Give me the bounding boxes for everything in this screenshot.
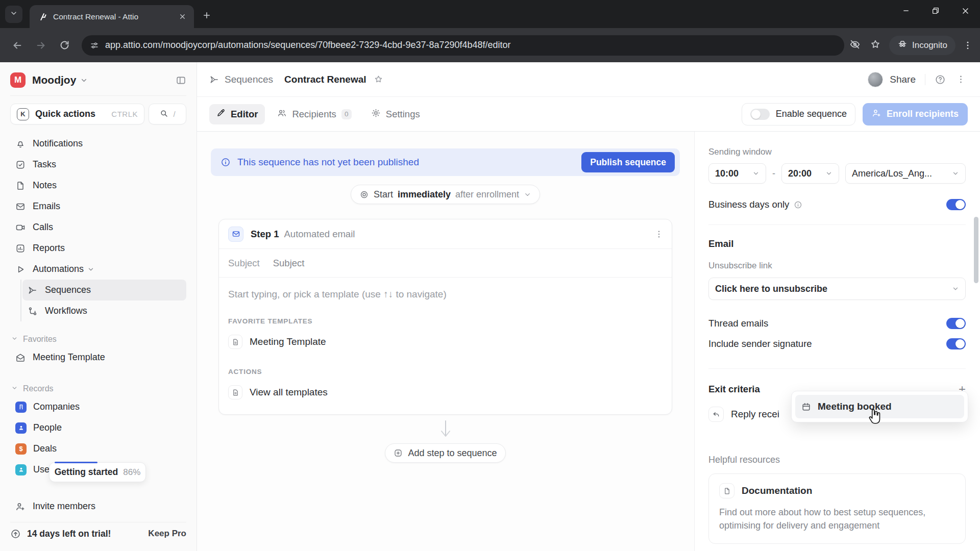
chevron-down-icon: [11, 335, 18, 344]
sidebar-item-people[interactable]: People: [10, 417, 186, 438]
browser-tabstrip: Contract Renewal - Attio: [0, 0, 980, 28]
sidebar-item-calls[interactable]: Calls: [10, 217, 186, 238]
reload-icon[interactable]: [54, 35, 75, 56]
workspace-name: Moodjoy: [32, 74, 76, 86]
collapse-sidebar-icon[interactable]: [176, 75, 186, 86]
tab-editor[interactable]: Editor: [209, 104, 265, 124]
timezone-select[interactable]: America/Los_Ang...: [845, 163, 966, 184]
start-trigger-pill[interactable]: Start immediately after enrollment: [351, 185, 540, 204]
enroll-recipients-button[interactable]: Enroll recipients: [863, 103, 968, 126]
breadcrumb-parent[interactable]: Sequences: [225, 74, 273, 85]
browser-menu-icon[interactable]: [963, 40, 973, 51]
editor-canvas: This sequence has not yet been published…: [197, 132, 694, 551]
unsubscribe-select[interactable]: Click here to unsubscribe: [708, 278, 966, 300]
restore-icon[interactable]: [921, 0, 950, 21]
favorite-star-icon[interactable]: [374, 74, 383, 84]
new-tab-button[interactable]: [198, 7, 215, 24]
thread-emails-label: Thread emails: [708, 318, 768, 329]
tab-close-icon[interactable]: [177, 11, 188, 22]
sidebar-item-reports[interactable]: Reports: [10, 238, 186, 259]
enable-sequence-toggle-group[interactable]: Enable sequence: [742, 103, 855, 126]
sidebar-item-companies[interactable]: Companies: [10, 396, 186, 417]
share-button[interactable]: Share: [890, 74, 916, 85]
url-text[interactable]: app.attio.com/moodjoycorp/automations/se…: [105, 40, 511, 51]
subject-row[interactable]: Subject Subject: [219, 249, 672, 278]
email-body-editor[interactable]: Start typing, or pick a template (use ↑↓…: [219, 278, 672, 414]
sender-signature-toggle[interactable]: [946, 338, 966, 349]
mail-icon: [228, 227, 243, 242]
sidebar-item-automations[interactable]: Automations: [10, 259, 186, 280]
sidebar-item-label: Emails: [33, 201, 60, 212]
bookmark-star-icon[interactable]: [870, 39, 881, 52]
pen-icon: [216, 108, 226, 120]
getting-started-label: Getting started: [55, 467, 118, 478]
subject-input[interactable]: Subject: [273, 258, 305, 269]
sidebar-item-label: Workflows: [45, 306, 87, 316]
keep-pro-button[interactable]: Keep Pro: [148, 529, 186, 539]
sidebar-item-emails[interactable]: Emails: [10, 196, 186, 217]
close-icon[interactable]: [950, 0, 980, 21]
sending-to-select[interactable]: 20:00: [781, 163, 839, 184]
back-icon[interactable]: [7, 35, 28, 56]
tab-search-button[interactable]: [5, 6, 22, 23]
header-separator: [925, 74, 925, 85]
view-all-templates-item[interactable]: View all templates: [228, 384, 663, 401]
incognito-icon: [897, 39, 908, 52]
sidebar-item-deals[interactable]: $ Deals: [10, 438, 186, 459]
business-days-toggle[interactable]: [946, 199, 966, 210]
url-bar[interactable]: app.attio.com/moodjoycorp/automations/se…: [82, 35, 844, 56]
step-header: Step 1 Automated email: [219, 219, 672, 249]
search-button[interactable]: /: [149, 104, 186, 124]
sidebar-item-notifications[interactable]: Notifications: [10, 133, 186, 154]
user-icon: [15, 464, 27, 475]
enable-sequence-toggle[interactable]: [750, 109, 770, 120]
thread-emails-toggle[interactable]: [946, 318, 966, 329]
forward-icon[interactable]: [31, 35, 51, 56]
sending-window-row: 10:00 - 20:00 America/Los_Ang...: [708, 163, 966, 184]
favorites-label: Favorites: [23, 335, 57, 344]
sidebar-item-notes[interactable]: Notes: [10, 175, 186, 196]
documentation-card[interactable]: Documentation Find out more about how to…: [708, 473, 966, 544]
omnibox-actions: [849, 39, 881, 52]
browser-tab[interactable]: Contract Renewal - Attio: [30, 5, 194, 28]
more-menu-icon[interactable]: [956, 74, 966, 84]
step-menu-icon[interactable]: [654, 230, 664, 239]
helpful-resources: Helpful resources Documentation Find out…: [708, 455, 966, 544]
scrollbar[interactable]: [974, 217, 978, 283]
panel-divider: [708, 368, 966, 369]
avatar[interactable]: [868, 72, 883, 87]
subject-label: Subject: [228, 258, 260, 269]
site-info-icon[interactable]: [90, 41, 99, 50]
favorites-section-header[interactable]: Favorites: [11, 335, 186, 344]
sidebar-item-sequences[interactable]: Sequences: [22, 280, 186, 300]
gear-icon: [371, 108, 381, 120]
minimize-icon[interactable]: [891, 0, 921, 21]
browser-window: Contract Renewal - Attio app.attio.com/m…: [0, 0, 980, 551]
start-pill-prefix: Start: [374, 189, 393, 200]
sidebar-item-meeting-template[interactable]: Meeting Template: [10, 347, 186, 368]
add-step-button[interactable]: Add step to sequence: [385, 443, 505, 463]
template-item[interactable]: Meeting Template: [228, 333, 663, 350]
step-title: Step 1: [251, 229, 279, 240]
sidebar-item-workflows[interactable]: Workflows: [22, 300, 186, 321]
sidebar-item-label: Deals: [33, 443, 57, 454]
invite-members-button[interactable]: Invite members: [10, 496, 186, 517]
chevron-down-icon: [952, 170, 959, 177]
quick-actions-button[interactable]: K Quick actions CTRLK: [10, 104, 144, 124]
help-icon[interactable]: [935, 74, 946, 85]
records-section-header[interactable]: Records: [11, 384, 186, 393]
sidebar-item-tasks[interactable]: Tasks: [10, 154, 186, 175]
tab-settings[interactable]: Settings: [364, 104, 427, 124]
sending-window-label: Sending window: [708, 147, 966, 157]
tab-recipients[interactable]: Recipients 0: [270, 104, 358, 124]
sending-from-select[interactable]: 10:00: [708, 163, 766, 184]
business-days-label: Business days only: [708, 199, 789, 210]
play-icon: [15, 264, 26, 274]
getting-started-pill[interactable]: Getting started 86%: [49, 462, 146, 482]
cursor-pointer-icon: [866, 407, 883, 429]
eye-off-icon[interactable]: [849, 39, 861, 52]
building-icon: [15, 402, 27, 413]
settings-panel: Sending window 10:00 - 20:00 America/Los: [694, 132, 980, 551]
publish-sequence-button[interactable]: Publish sequence: [581, 152, 675, 172]
workspace-switcher[interactable]: M Moodjoy: [10, 72, 186, 88]
